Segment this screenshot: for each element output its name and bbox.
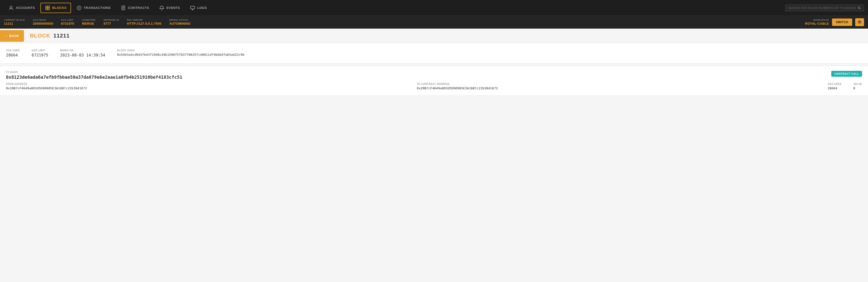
hardfork-status: HARDFORK MERGE	[82, 19, 96, 25]
mined-on-value: 2023-08-03 14:39:54	[60, 53, 105, 57]
status-bar-right: WORKSPACE ROYAL-CABLE SWITCH	[805, 18, 864, 26]
tx-hash-group: TX HASH 0x8123de6ada6a7efb9fbbae50a37da8…	[6, 71, 182, 80]
to-contract-field: TO CONTRACT ADDRESS 0x20B7cF4649a003d5D9…	[417, 83, 816, 90]
switch-button[interactable]: SWITCH	[832, 19, 852, 26]
search-input[interactable]	[788, 6, 856, 9]
to-contract-value: 0x20B7cF4649a003d5D90905E3A16B7c22b38416…	[417, 86, 816, 90]
svg-rect-2	[48, 6, 50, 8]
svg-rect-3	[45, 8, 48, 10]
nav-item-transactions[interactable]: TRANSACTIONS	[72, 3, 115, 13]
nav-transactions-label: TRANSACTIONS	[84, 6, 111, 10]
gas-limit-label: GAS LIMIT	[32, 49, 48, 52]
workspace-info: WORKSPACE ROYAL-CABLE	[805, 19, 829, 25]
block-title-label: BLOCK	[30, 33, 50, 39]
person-icon	[8, 5, 14, 10]
bell-icon	[159, 5, 164, 10]
block-info-section: GAS USED 28664 GAS LIMIT 6721975 MINED O…	[0, 43, 868, 64]
gas-price-value: 20000000000	[33, 22, 53, 25]
current-block-status: CURRENT BLOCK 11211	[4, 19, 25, 25]
tx-gas-used-field: GAS USED 28664	[828, 83, 841, 90]
block-hash-field: BLOCK HASH 0x5943a4cd6d3fb43f29d8c44b159…	[117, 49, 245, 56]
mining-status-label: MINING STATUS	[169, 19, 191, 21]
block-title-number: 11211	[53, 33, 69, 39]
settings-button[interactable]	[855, 18, 864, 26]
tx-gas-used-label: GAS USED	[828, 83, 841, 85]
mining-status-value: AUTOMINING	[169, 22, 191, 25]
nav-contracts-label: CONTRACTS	[128, 6, 149, 10]
page-title: BLOCK 11211	[24, 29, 75, 43]
hardfork-label: HARDFORK	[82, 19, 96, 21]
nav-item-accounts[interactable]: ACCOUNTS	[4, 3, 39, 13]
tx-details-grid: FROM ADDRESS 0x20B7cF4649a003d5D90905E3A…	[6, 83, 862, 90]
tx-header: TX HASH 0x8123de6ada6a7efb9fbbae50a37da8…	[6, 71, 862, 80]
workspace-label: WORKSPACE	[813, 19, 829, 21]
tx-hash-value: 0x8123de6ada6a7efb9fbbae50a37da879e6e2aa…	[6, 75, 182, 80]
tx-value-value: 0	[853, 86, 862, 90]
gas-used-value: 28664	[6, 53, 20, 57]
mined-on-field: MINED ON 2023-08-03 14:39:54	[60, 49, 105, 57]
search-bar	[785, 4, 864, 11]
svg-line-14	[860, 8, 861, 9]
nav-item-events[interactable]: EVENTS	[155, 3, 184, 13]
from-address-label: FROM ADDRESS	[6, 83, 405, 85]
grid-icon	[45, 5, 50, 10]
gas-limit-field: GAS LIMIT 6721975	[32, 49, 48, 57]
mined-on-label: MINED ON	[60, 49, 105, 52]
network-id-label: NETWORK ID	[103, 19, 119, 21]
gear-icon	[858, 20, 862, 24]
nav-logs-label: LOGS	[197, 6, 207, 10]
svg-point-13	[858, 7, 860, 8]
block-hash-value: 0x5943a4cd6d3fb43f29d8c44b1596f5f8377802…	[117, 53, 245, 56]
status-bar: CURRENT BLOCK 11211 GAS PRICE 2000000000…	[0, 16, 868, 29]
gas-price-status: GAS PRICE 20000000000	[33, 19, 53, 25]
network-id-status: NETWORK ID 5777	[103, 19, 119, 25]
gas-limit-value: 6721975	[32, 53, 48, 57]
gas-limit-label: GAS LIMIT	[61, 19, 74, 21]
svg-point-0	[10, 6, 12, 8]
top-navigation: ACCOUNTS BLOCKS TRANSACTIONS	[0, 0, 868, 16]
search-icon	[858, 6, 861, 10]
nav-item-blocks[interactable]: BLOCKS	[40, 3, 71, 13]
block-hash-label: BLOCK HASH	[117, 49, 245, 52]
rpc-server-value: HTTP://127.0.0.1:7545	[127, 22, 161, 25]
from-address-field: FROM ADDRESS 0x20B7cF4649a003d5D90905E3A…	[6, 83, 405, 90]
svg-rect-1	[45, 6, 48, 8]
nav-accounts-label: ACCOUNTS	[16, 6, 35, 10]
to-contract-label: TO CONTRACT ADDRESS	[417, 83, 816, 85]
nav-events-label: EVENTS	[166, 6, 180, 10]
document-icon	[121, 5, 126, 10]
gas-limit-value: 6721975	[61, 22, 74, 25]
gas-used-field: GAS USED 28664	[6, 49, 20, 57]
network-id-value: 5777	[103, 22, 119, 25]
tx-value-label: VALUE	[853, 83, 862, 85]
gas-limit-status: GAS LIMIT 6721975	[61, 19, 74, 25]
gas-used-label: GAS USED	[6, 49, 20, 52]
back-button[interactable]: ← BACK	[0, 30, 24, 42]
workspace-value: ROYAL-CABLE	[805, 22, 829, 25]
svg-point-5	[77, 6, 81, 10]
gas-price-label: GAS PRICE	[33, 19, 53, 21]
current-block-value: 11211	[4, 22, 25, 25]
nav-item-logs[interactable]: LOGS	[185, 3, 211, 13]
nav-item-contracts[interactable]: CONTRACTS	[116, 3, 154, 13]
svg-rect-10	[191, 6, 194, 9]
tx-gas-used-value: 28664	[828, 86, 841, 90]
contract-call-badge: CONTRACT CALL	[831, 71, 862, 77]
rpc-server-status: RPC SERVER HTTP://127.0.0.1:7545	[127, 19, 161, 25]
main-content: ← BACK BLOCK 11211 GAS USED 28664 GAS LI…	[0, 29, 868, 282]
arrow-right-circle-icon	[76, 5, 82, 10]
svg-rect-4	[48, 8, 50, 10]
back-bar: ← BACK BLOCK 11211	[0, 29, 868, 43]
tx-value-field: VALUE 0	[853, 83, 862, 90]
nav-blocks-label: BLOCKS	[52, 6, 67, 10]
block-info-grid: GAS USED 28664 GAS LIMIT 6721975 MINED O…	[6, 49, 862, 57]
rpc-server-label: RPC SERVER	[127, 19, 161, 21]
hardfork-value: MERGE	[82, 22, 96, 25]
current-block-label: CURRENT BLOCK	[4, 19, 25, 21]
mining-status-status: MINING STATUS AUTOMINING	[169, 19, 191, 25]
monitor-icon	[190, 5, 195, 10]
transaction-section: TX HASH 0x8123de6ada6a7efb9fbbae50a37da8…	[0, 66, 868, 95]
from-address-value: 0x20B7cF4649a003d5D90905E3A16B7c22b38416…	[6, 86, 405, 90]
tx-hash-label: TX HASH	[6, 71, 182, 74]
